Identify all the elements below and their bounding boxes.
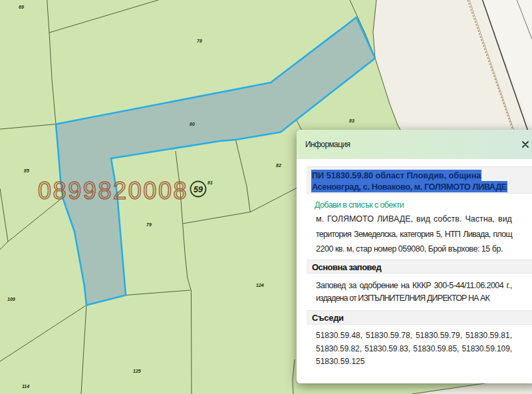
svg-text:79: 79	[146, 222, 152, 227]
svg-text:124: 124	[256, 283, 264, 288]
svg-text:109: 109	[7, 297, 15, 301]
svg-text:0899820008: 0899820008	[38, 177, 188, 204]
svg-text:69: 69	[19, 5, 24, 9]
svg-text:59: 59	[194, 185, 203, 194]
svg-text:78: 78	[197, 39, 202, 43]
svg-text:82: 82	[276, 163, 281, 168]
svg-text:125: 125	[133, 369, 141, 373]
svg-text:85: 85	[24, 168, 29, 173]
svg-text:114: 114	[22, 384, 29, 389]
svg-text:81: 81	[207, 180, 213, 185]
svg-text:83: 83	[349, 118, 354, 123]
svg-text:80: 80	[190, 122, 195, 126]
